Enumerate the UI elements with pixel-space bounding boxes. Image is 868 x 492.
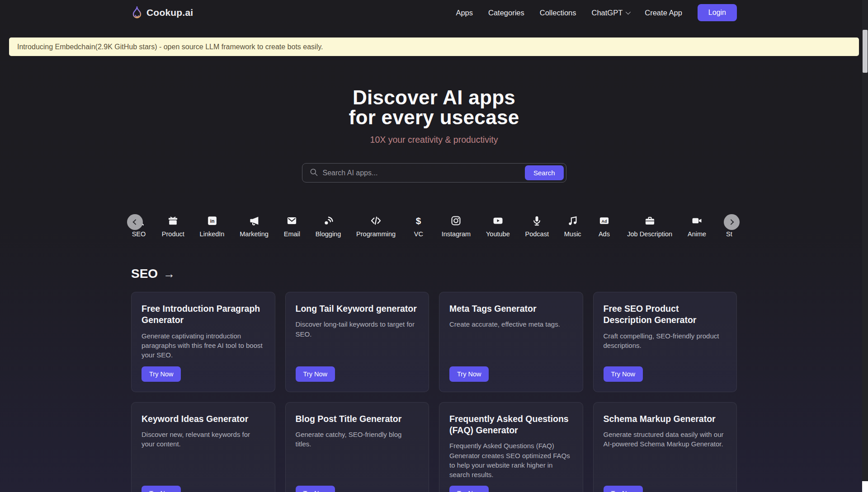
category-label: LinkedIn	[200, 230, 225, 238]
category-item-podcast[interactable]: Podcast	[525, 215, 549, 238]
app-card: Meta Tags GeneratorCreate accurate, effe…	[439, 292, 583, 392]
category-item-anime[interactable]: Anime	[688, 215, 706, 238]
nav-item-chatgpt[interactable]: ChatGPT	[592, 9, 630, 17]
try-now-button[interactable]: Try Now	[142, 486, 181, 492]
category-item-product[interactable]: Product	[162, 215, 184, 238]
svg-text:$: $	[416, 216, 421, 226]
app-card-title: Free SEO Product Description Generator	[604, 303, 727, 326]
category-label: Marketing	[240, 230, 269, 238]
nav-item-collections[interactable]: Collections	[540, 9, 576, 17]
category-label: Job Description	[627, 230, 672, 238]
category-label: Music	[564, 230, 581, 238]
app-card: Keyword Ideas GeneratorDiscover new, rel…	[131, 402, 275, 492]
category-label: Instagram	[442, 230, 471, 238]
try-now-button[interactable]: Try Now	[296, 366, 335, 382]
carousel-prev-button[interactable]	[127, 214, 143, 230]
youtube-icon	[492, 215, 504, 226]
app-card-grid: Free Introduction Paragraph GeneratorGen…	[131, 292, 737, 492]
nav-links: AppsCategoriesCollectionsChatGPTCreate A…	[456, 4, 737, 21]
category-item-programming[interactable]: Programming	[356, 215, 396, 238]
card-spacer	[604, 350, 727, 366]
nav-item-create-app[interactable]: Create App	[645, 9, 682, 17]
brand-logo[interactable]: Cookup.ai	[131, 6, 193, 19]
nav-item-apps[interactable]: Apps	[456, 9, 473, 17]
nav-item-categories[interactable]: Categories	[488, 9, 524, 17]
app-card: Free Introduction Paragraph GeneratorGen…	[131, 292, 275, 392]
search-input[interactable]	[318, 169, 525, 177]
login-button[interactable]: Login	[698, 4, 737, 21]
hero-subtitle: 10X your creativity & productivity	[131, 135, 737, 145]
try-now-button[interactable]: Try Now	[296, 486, 335, 492]
card-spacer	[449, 479, 573, 486]
hero-title: Discover AI apps for every usecase	[131, 88, 737, 127]
microphone-icon	[531, 215, 542, 226]
announcement-banner[interactable]: Introducing Embedchain(2.9K GitHub stars…	[9, 37, 859, 56]
app-card: Schema Markup GeneratorGenerate structur…	[593, 402, 737, 492]
app-card-description: Frequently Asked Questions (FAQ) Generat…	[449, 441, 573, 479]
scrollbar-thumb[interactable]	[863, 30, 868, 73]
app-card-description: Generate captivating introduction paragr…	[142, 331, 265, 360]
search-button[interactable]: Search	[525, 165, 564, 180]
card-spacer	[296, 449, 419, 486]
app-card-description: Generate structured data easily with our…	[604, 430, 727, 449]
category-item-job-description[interactable]: Job Description	[627, 215, 672, 238]
svg-text:in: in	[210, 218, 214, 224]
try-now-button[interactable]: Try Now	[449, 366, 489, 382]
hero-section: Discover AI apps for every usecase 10X y…	[131, 88, 737, 145]
arrow-right-icon: →	[163, 267, 175, 281]
category-label: Ads	[599, 230, 610, 238]
music-note-icon	[567, 215, 578, 226]
try-now-button[interactable]: Try Now	[142, 366, 181, 382]
category-item-instagram[interactable]: Instagram	[442, 215, 471, 238]
linkedin-icon: in	[207, 215, 218, 226]
scrollbar-corner	[862, 481, 868, 492]
try-now-button[interactable]: Try Now	[604, 486, 643, 492]
card-spacer	[449, 329, 573, 366]
announcement-text: Introducing Embedchain(2.9K GitHub stars…	[17, 43, 323, 51]
category-item-ads[interactable]: AdAds	[596, 215, 612, 238]
nav-item-label: Create App	[645, 9, 682, 17]
envelope-icon	[286, 215, 297, 226]
category-label: Email	[284, 230, 300, 238]
app-card: Frequently Asked Questions (FAQ) Generat…	[439, 402, 583, 492]
section-title: SEO	[131, 267, 158, 281]
nav-item-label: ChatGPT	[592, 9, 623, 17]
blog-icon	[323, 215, 334, 226]
top-navigation-bar: Cookup.ai AppsCategoriesCollectionsChatG…	[131, 0, 737, 25]
video-camera-icon	[691, 215, 703, 226]
section-heading-seo[interactable]: SEO→	[131, 267, 175, 281]
app-card: Blog Post Title GeneratorGenerate catchy…	[285, 402, 429, 492]
category-label: SEO	[132, 230, 146, 238]
code-icon	[370, 215, 382, 226]
category-label: VC	[414, 230, 423, 238]
svg-text:Ad: Ad	[602, 219, 607, 224]
nav-item-label: Collections	[540, 9, 576, 17]
chevron-left-icon	[133, 219, 139, 225]
gift-icon	[167, 215, 179, 226]
card-spacer	[142, 360, 265, 366]
category-label: Youtube	[486, 230, 510, 238]
carousel-next-button[interactable]	[724, 214, 740, 230]
try-now-button[interactable]: Try Now	[449, 486, 489, 492]
category-label: Programming	[356, 230, 396, 238]
app-card-title: Free Introduction Paragraph Generator	[142, 303, 265, 326]
category-item-vc[interactable]: $VC	[411, 215, 426, 238]
page-scrollbar[interactable]	[862, 0, 868, 492]
brand-name: Cookup.ai	[146, 7, 193, 18]
category-item-email[interactable]: Email	[284, 215, 300, 238]
category-item-marketing[interactable]: Marketing	[240, 215, 269, 238]
card-spacer	[296, 339, 419, 366]
category-item-blogging[interactable]: Blogging	[316, 215, 341, 238]
try-now-button[interactable]: Try Now	[604, 366, 643, 382]
app-card-description: Create accurate, effective meta tags.	[449, 319, 573, 329]
app-card-title: Meta Tags Generator	[449, 303, 573, 314]
category-item-youtube[interactable]: Youtube	[486, 215, 510, 238]
category-item-linkedin[interactable]: inLinkedIn	[200, 215, 225, 238]
section-seo: SEO→Free Introduction Paragraph Generato…	[131, 267, 737, 492]
card-spacer	[142, 449, 265, 486]
app-card-title: Keyword Ideas Generator	[142, 413, 265, 425]
category-label: Podcast	[525, 230, 549, 238]
flame-icon	[131, 6, 143, 19]
category-item-music[interactable]: Music	[564, 215, 581, 238]
app-card-title: Frequently Asked Questions (FAQ) Generat…	[449, 413, 573, 436]
